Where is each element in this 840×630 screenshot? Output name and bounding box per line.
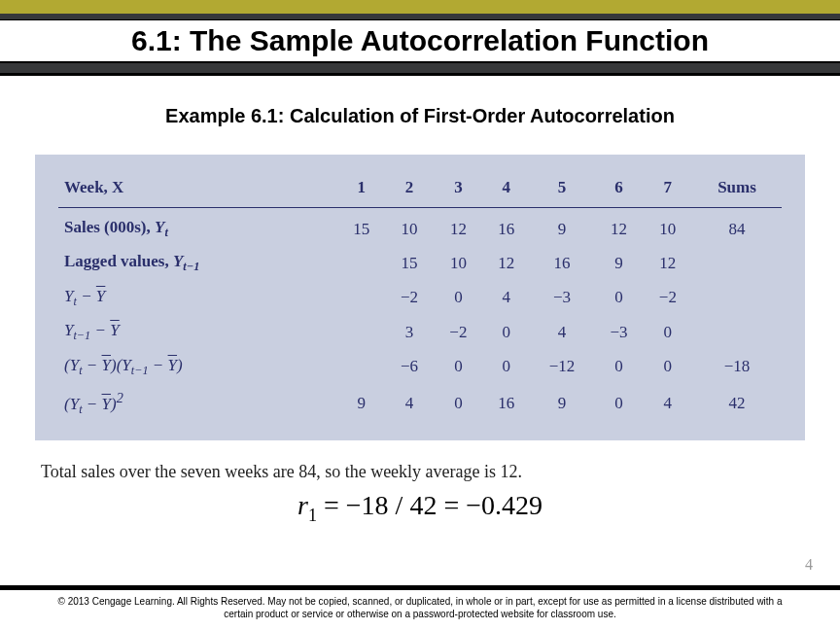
content-area: Example 6.1: Calculation of First-Order …	[0, 76, 840, 526]
accent-bar	[0, 0, 840, 14]
table-row: (Yt − Y)2 9 4 0 16 9 0 4 42	[58, 384, 782, 423]
title-bar: 6.1: The Sample Autocorrelation Function	[0, 14, 840, 76]
equation: r1 = −18 / 42 = −0.429	[35, 490, 805, 526]
col-header: 2	[385, 172, 434, 208]
cell-sum: −18	[692, 350, 782, 384]
cell: 0	[594, 350, 643, 384]
cell: 0	[644, 315, 692, 349]
subtitle: Example 6.1: Calculation of First-Order …	[35, 105, 805, 127]
cell: −12	[530, 350, 595, 384]
cell: 9	[530, 384, 595, 423]
cell: 16	[530, 246, 595, 280]
table-row: Yt − Y −2 0 4 −3 0 −2	[58, 281, 782, 315]
col-header: 4	[483, 172, 530, 208]
cell: −3	[530, 281, 595, 315]
copyright-text: © 2013 Cengage Learning. All Rights Rese…	[0, 590, 840, 630]
col-header-label: Week, X	[58, 172, 338, 208]
row-label: (Yt − Y)2	[58, 384, 338, 423]
row-label: Sales (000s), Yt	[58, 208, 338, 247]
cell: 0	[594, 384, 643, 423]
cell-sum: 84	[692, 208, 782, 247]
cell-sum	[692, 281, 782, 315]
cell: 12	[483, 246, 530, 280]
cell: 0	[434, 281, 482, 315]
data-table-wrap: Week, X 1 2 3 4 5 6 7 Sums Sales (000s),…	[35, 155, 805, 440]
cell: 12	[644, 246, 692, 280]
cell: 9	[530, 208, 595, 247]
cell-sum: 42	[692, 384, 782, 423]
table-row: (Yt − Y)(Yt−1 − Y) −6 0 0 −12 0 0 −18	[58, 350, 782, 384]
cell: 10	[644, 208, 692, 247]
col-header: 6	[594, 172, 643, 208]
cell: 9	[338, 384, 385, 423]
cell: 9	[594, 246, 643, 280]
data-table: Week, X 1 2 3 4 5 6 7 Sums Sales (000s),…	[58, 172, 782, 423]
cell: 4	[644, 384, 692, 423]
cell	[338, 350, 385, 384]
table-row: Yt−1 − Y 3 −2 0 4 −3 0	[58, 315, 782, 349]
cell: −2	[385, 281, 434, 315]
page-number: 4	[805, 556, 813, 574]
page-title: 6.1: The Sample Autocorrelation Function	[0, 19, 840, 63]
cell: 10	[434, 246, 482, 280]
row-label: Yt−1 − Y	[58, 315, 338, 349]
footer: © 2013 Cengage Learning. All Rights Rese…	[0, 585, 840, 630]
col-header: 5	[530, 172, 595, 208]
cell: 4	[530, 315, 595, 349]
cell: 12	[434, 208, 482, 247]
cell: −6	[385, 350, 434, 384]
cell: 0	[483, 350, 530, 384]
col-header: 1	[338, 172, 385, 208]
row-label: (Yt − Y)(Yt−1 − Y)	[58, 350, 338, 384]
cell: 16	[483, 208, 530, 247]
col-header: 7	[644, 172, 692, 208]
table-row: Sales (000s), Yt 15 10 12 16 9 12 10 84	[58, 208, 782, 247]
col-header: 3	[434, 172, 482, 208]
cell-sum	[692, 246, 782, 280]
cell: −2	[644, 281, 692, 315]
cell: 4	[483, 281, 530, 315]
cell: 0	[434, 384, 482, 423]
cell	[338, 315, 385, 349]
cell: 16	[483, 384, 530, 423]
cell: −3	[594, 315, 643, 349]
cell: 0	[434, 350, 482, 384]
cell: 0	[644, 350, 692, 384]
row-label: Lagged values, Yt−1	[58, 246, 338, 280]
cell	[338, 246, 385, 280]
cell-sum	[692, 315, 782, 349]
cell: 0	[483, 315, 530, 349]
cell: 12	[594, 208, 643, 247]
cell: 15	[338, 208, 385, 247]
note-text: Total sales over the seven weeks are 84,…	[41, 462, 805, 482]
cell: 15	[385, 246, 434, 280]
cell: −2	[434, 315, 482, 349]
slide: 6.1: The Sample Autocorrelation Function…	[0, 0, 840, 630]
cell: 10	[385, 208, 434, 247]
cell	[338, 281, 385, 315]
table-header-row: Week, X 1 2 3 4 5 6 7 Sums	[58, 172, 782, 208]
cell: 4	[385, 384, 434, 423]
row-label: Yt − Y	[58, 281, 338, 315]
cell: 3	[385, 315, 434, 349]
cell: 0	[594, 281, 643, 315]
table-row: Lagged values, Yt−1 15 10 12 16 9 12	[58, 246, 782, 280]
col-header-sums: Sums	[692, 172, 782, 208]
